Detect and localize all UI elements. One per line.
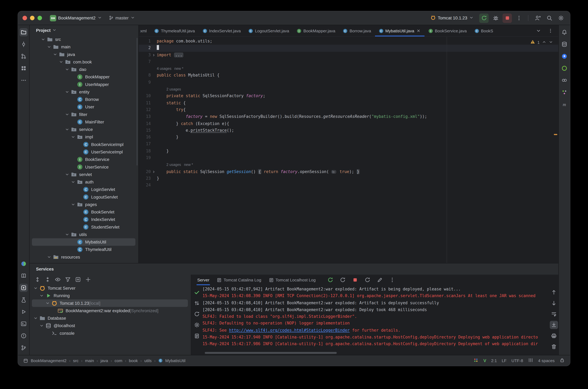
code-vision-hint[interactable]: 2 usages new * <box>166 162 193 168</box>
tree-item-utils[interactable]: utils <box>30 231 139 238</box>
project-widget-icon[interactable] <box>23 358 28 363</box>
project-scrollbar[interactable] <box>136 38 138 165</box>
breadcrumb-item-main[interactable]: main <box>85 358 94 363</box>
encoding-widget[interactable]: UTF-8 <box>511 358 523 363</box>
chevron-down-icon[interactable] <box>65 232 69 237</box>
chevron-down-icon[interactable] <box>71 202 75 207</box>
chevron-down-icon[interactable] <box>47 45 51 49</box>
code-editor[interactable]: 1package com.book.utils;23import ...74 u… <box>139 37 558 263</box>
tree-item-userservice[interactable]: IUserService <box>30 163 139 171</box>
tree-item-tomcat-10-1-23[interactable]: Tomcat 10.1.23 [local] <box>32 299 188 307</box>
breadcrumb-item-utils[interactable]: utils <box>144 358 152 363</box>
chevron-down-icon[interactable] <box>53 52 57 57</box>
tree-item-src[interactable]: src <box>30 36 139 43</box>
caret-position-widget[interactable]: 2:1 <box>491 358 497 363</box>
next-problem-icon[interactable] <box>549 40 553 44</box>
tree-item-java[interactable]: java <box>30 51 139 58</box>
editor-tab-books[interactable]: CBookS <box>470 25 493 36</box>
chevron-down-icon[interactable] <box>65 67 69 72</box>
chevron-down-icon[interactable] <box>41 37 45 42</box>
clear-console-button[interactable] <box>550 343 558 351</box>
code-with-me-button[interactable] <box>533 13 542 23</box>
tree-item-userserviceimpl[interactable]: CUserServiceImpl <box>30 148 139 156</box>
deploy-status-icon[interactable] <box>193 288 201 296</box>
chevron-down-icon[interactable] <box>65 112 69 117</box>
filter-button[interactable] <box>64 276 71 283</box>
services-tool-button[interactable] <box>19 284 28 292</box>
editor-tab-borrow-java[interactable]: CBorrow.java <box>339 25 375 36</box>
tree-item-impl[interactable]: impl <box>30 133 139 141</box>
indent-widget[interactable]: 4 spaces <box>538 358 555 363</box>
tree-item-dao[interactable]: dao <box>30 65 139 73</box>
tree-item-loginservlet[interactable]: CLoginServlet <box>30 186 139 193</box>
database-tool-button[interactable] <box>560 40 568 48</box>
tree-item-usermapper[interactable]: IUserMapper <box>30 81 139 88</box>
tree-item-servlet[interactable]: servlet <box>30 171 139 178</box>
chevron-down-icon[interactable] <box>65 172 69 177</box>
code-vision-hint[interactable]: 4 usages new * <box>157 65 183 72</box>
run-more-button[interactable] <box>514 13 524 23</box>
tree-item-bookmanagement2-war-exploded[interactable]: BookManagement2:war exploded [Synchroniz… <box>30 307 191 314</box>
ai-assistant-tool-button[interactable] <box>560 52 568 60</box>
console-output[interactable]: [2024-05-15 03:42:07,942] Artifact BookM… <box>203 285 549 355</box>
chevron-down-icon[interactable] <box>33 286 38 291</box>
expand-all-button[interactable] <box>34 276 41 283</box>
more-tool-windows-button[interactable] <box>19 76 28 84</box>
editor-tab-logoutservlet-java[interactable]: CLogoutServlet.java <box>244 25 293 36</box>
tree-item-bookserviceimpl[interactable]: CBookServiceImpl <box>30 141 139 148</box>
stop-button[interactable] <box>502 13 512 23</box>
tree-item-main[interactable]: main <box>30 43 139 51</box>
breadcrumb-item-java[interactable]: java <box>101 358 108 363</box>
editor-tab-thymeleafutil-java[interactable]: CThymeleafUtil.java <box>150 25 199 36</box>
tree-item-tomcat-server[interactable]: Tomcat Server <box>30 284 191 292</box>
tree-item-pages[interactable]: pages <box>30 201 139 208</box>
tree-item-resources[interactable]: resources <box>30 253 139 261</box>
scroll-down-button[interactable] <box>550 299 558 307</box>
spring-tool-button[interactable] <box>560 64 568 72</box>
tree-item-com-book[interactable]: com.book <box>30 58 139 65</box>
breadcrumb-item-book[interactable]: book <box>129 358 138 363</box>
console-tab-tomcat-localhost-log[interactable]: Tomcat Localhost Log <box>265 275 319 285</box>
chevron-down-icon[interactable] <box>45 301 50 305</box>
console-settings-icon[interactable] <box>193 321 201 329</box>
redeploy-button[interactable] <box>338 276 347 284</box>
editor-tab-bookservice-java[interactable]: IBookService.java <box>424 25 470 36</box>
tests-tool-button[interactable] <box>19 296 28 304</box>
stop-server-button[interactable] <box>351 276 359 284</box>
search-everywhere-button[interactable] <box>544 13 554 23</box>
gradle-tool-button[interactable] <box>19 260 28 268</box>
commit-tool-button[interactable] <box>19 40 28 48</box>
add-service-button[interactable] <box>75 276 81 283</box>
zoom-window-button[interactable] <box>37 16 42 20</box>
editor-tab-mybatisutil-java[interactable]: CMybatisUtil.java <box>375 25 424 36</box>
terminal-tool-button[interactable] <box>19 320 28 328</box>
breadcrumb-item-mybatisutil[interactable]: MybatisUtil <box>165 358 185 363</box>
editor-tab-bookmapper-java[interactable]: IBookMapper.java <box>293 25 339 36</box>
console-tab-server[interactable]: Server <box>193 275 213 285</box>
settings-button[interactable] <box>556 13 565 23</box>
tree-item-bookservice[interactable]: IBookService <box>30 156 139 163</box>
chevron-down-icon[interactable] <box>65 127 69 132</box>
chevron-down-icon[interactable] <box>65 90 69 94</box>
tree-item-studentservlet[interactable]: CStudentServlet <box>30 223 139 231</box>
documentation-tool-button[interactable] <box>19 272 28 280</box>
notifications-button[interactable] <box>560 28 568 36</box>
version-control-tool-button[interactable] <box>19 344 28 352</box>
tree-item-console[interactable]: console <box>30 329 191 337</box>
console-tab-tomcat-catalina-log[interactable]: Tomcat Catalina Log <box>213 275 265 285</box>
chevron-down-icon[interactable] <box>39 293 44 298</box>
print-button[interactable] <box>550 332 558 340</box>
add-button[interactable] <box>85 276 91 283</box>
debug-button[interactable] <box>491 13 500 23</box>
tree-item-database[interactable]: Database <box>30 314 191 322</box>
scroll-up-button[interactable] <box>550 288 558 296</box>
close-tab-icon[interactable] <box>416 29 421 33</box>
console-link[interactable]: http://www.slf4j.org/codes.html#StaticLo… <box>229 328 350 333</box>
run-configuration-widget[interactable]: Tomcat 10.1.23 <box>428 14 476 22</box>
rerun-button[interactable] <box>479 13 489 23</box>
branch-widget[interactable]: master <box>106 14 138 22</box>
breadcrumb-item-com[interactable]: com <box>115 358 122 363</box>
inspections-widget[interactable]: 1 <box>530 39 553 45</box>
view-options-button[interactable] <box>54 276 61 283</box>
chevron-down-icon[interactable] <box>52 28 57 32</box>
